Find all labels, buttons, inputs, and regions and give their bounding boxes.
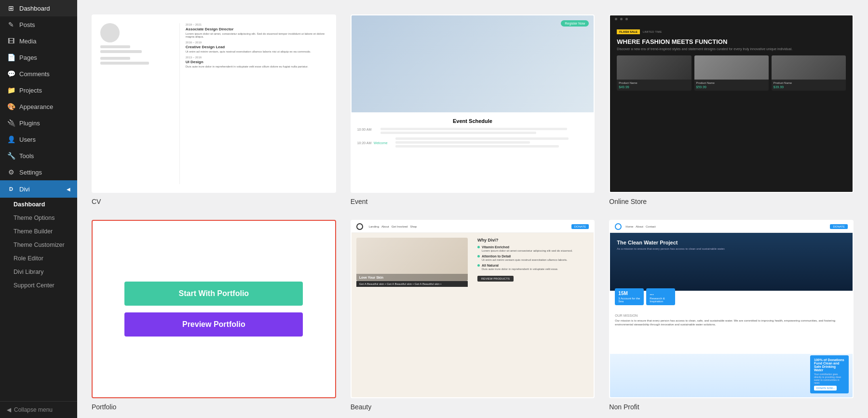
beauty-mockup: Landing About Get Involved Shop DONATE L…: [352, 221, 594, 397]
sidebar-item-projects[interactable]: 📁 Projects: [0, 82, 77, 98]
appearance-icon: 🎨: [7, 103, 15, 110]
beauty-why-item-2: Attention to Detail Ut enim ad minim ven…: [477, 255, 589, 261]
projects-icon: 📁: [7, 86, 15, 94]
portfolio-overlay: Start With Portfolio Preview Portfolio: [93, 221, 335, 397]
beauty-hero-image: Love Your Skin: [356, 238, 468, 281]
event-mockup: Register Now Event Schedule 10:00 AM: [352, 15, 594, 192]
template-label-non-profit: Non Profit: [609, 403, 854, 411]
np-logo: [615, 223, 622, 230]
sidebar-sub-item-role-editor[interactable]: Role Editor: [0, 252, 77, 265]
store-mockup: FLASH SALE LIMITED TIME WHERE FASHION ME…: [610, 15, 853, 192]
event-title: Event Schedule: [357, 118, 588, 124]
store-products: Product Name $49.99 Product Name $59.99: [617, 55, 846, 91]
beauty-hero-overlay: Love Your Skin: [356, 274, 468, 281]
sidebar-item-divi[interactable]: D Divi ◀: [0, 180, 77, 198]
event-row-2: 10:20 AM Welcome: [357, 137, 588, 149]
store-product-3: Product Name $39.99: [772, 55, 846, 91]
beauty-hero-right: Why Divi? Vitamin Enriched Lorem ipsum d…: [473, 233, 594, 397]
template-grid: 2019 – 2021 Associate Design Director Lo…: [92, 14, 854, 411]
sidebar-item-pages[interactable]: 📄 Pages: [0, 49, 77, 66]
template-card-online-store[interactable]: FLASH SALE LIMITED TIME WHERE FASHION ME…: [609, 14, 854, 205]
beauty-why-item-3: All Natural Duis aute irure dolor in rep…: [477, 264, 589, 270]
dashboard-icon: ⊞: [7, 4, 15, 12]
sidebar-label-posts: Posts: [19, 21, 35, 28]
sidebar-label-users: Users: [19, 136, 36, 143]
template-preview-online-store: FLASH SALE LIMITED TIME WHERE FASHION ME…: [609, 14, 854, 193]
sidebar-sub-item-theme-customizer[interactable]: Theme Customizer: [0, 238, 77, 252]
collapse-label: Collapse menu: [14, 406, 53, 413]
template-label-cv: CV: [92, 198, 336, 205]
template-preview-portfolio: Start With Portfolio Preview Portfolio: [92, 220, 336, 398]
beauty-logo: [356, 223, 363, 230]
sidebar-item-users[interactable]: 👤 Users: [0, 131, 77, 148]
sidebar-item-settings[interactable]: ⚙ Settings: [0, 164, 77, 180]
np-hero-sub: As a mission to ensure that every person…: [617, 247, 743, 250]
sidebar-sub-item-theme-builder[interactable]: Theme Builder: [0, 225, 77, 238]
preview-portfolio-button[interactable]: Preview Portfolio: [124, 312, 303, 337]
np-nav: Home About Contact DONATE: [610, 221, 853, 233]
beauty-nav: Landing About Get Involved Shop DONATE: [352, 221, 594, 233]
settings-icon: ⚙: [7, 168, 15, 176]
sidebar-sub-label-theme-options: Theme Options: [14, 215, 54, 221]
np-mission-title: OUR MISSION: [615, 314, 848, 317]
sidebar-label-divi: Divi: [19, 186, 30, 193]
sidebar-item-plugins[interactable]: 🔌 Plugins: [0, 115, 77, 131]
sidebar-label-plugins: Plugins: [19, 120, 40, 127]
sidebar-sub-label-support-center: Support Center: [14, 282, 54, 289]
template-preview-event: Register Now Event Schedule 10:00 AM: [351, 14, 595, 193]
np-mission: OUR MISSION Our mission is to ensure tha…: [610, 309, 853, 354]
nonprofit-mockup: Home About Contact DONATE The Clean Wate…: [610, 221, 853, 397]
sidebar-label-media: Media: [19, 38, 36, 45]
sidebar: ⊞ Dashboard ✎ Posts 🎞 Media 📄 Pages 💬 Co…: [0, 0, 77, 418]
sidebar-item-comments[interactable]: 💬 Comments: [0, 66, 77, 82]
sidebar-sub-item-dashboard[interactable]: Dashboard: [0, 198, 77, 211]
pages-icon: 📄: [7, 54, 15, 61]
template-preview-beauty: Landing About Get Involved Shop DONATE L…: [351, 220, 595, 398]
beauty-nav-btn[interactable]: DONATE: [571, 224, 589, 229]
sidebar-item-media[interactable]: 🎞 Media: [0, 33, 77, 49]
sidebar-item-appearance[interactable]: 🎨 Appearance: [0, 98, 77, 115]
template-label-beauty: Beauty: [351, 403, 595, 411]
sidebar-sub-label-theme-builder: Theme Builder: [14, 228, 53, 235]
sidebar-label-tools: Tools: [19, 152, 34, 160]
sidebar-label-dashboard: Dashboard: [19, 5, 50, 12]
np-card-1: 15M 3 Account for the Sea: [615, 288, 644, 305]
sidebar-label-comments: Comments: [19, 70, 50, 78]
start-with-portfolio-button[interactable]: Start With Portfolio: [124, 282, 303, 306]
store-product-2: Product Name $59.99: [694, 55, 769, 91]
sidebar-sub-item-theme-options[interactable]: Theme Options: [0, 211, 77, 225]
sidebar-top: ⊞ Dashboard ✎ Posts 🎞 Media 📄 Pages 💬 Co…: [0, 0, 77, 401]
np-card-2: ... Research & Inspiration: [646, 288, 675, 305]
template-card-beauty[interactable]: Landing About Get Involved Shop DONATE L…: [351, 220, 595, 411]
np-donate-button[interactable]: DONATE NOW ›: [814, 386, 837, 391]
template-card-event[interactable]: Register Now Event Schedule 10:00 AM: [351, 14, 595, 205]
np-bottom: 100% of Donations Fund Clean and Safe Dr…: [610, 354, 853, 397]
sidebar-sub-item-divi-library[interactable]: Divi Library: [0, 265, 77, 279]
np-mission-text: Our mission is to ensure that every pers…: [615, 319, 848, 327]
template-label-event: Event: [351, 198, 595, 205]
sidebar-item-dashboard[interactable]: ⊞ Dashboard: [0, 0, 77, 16]
sidebar-sub-label-theme-customizer: Theme Customizer: [14, 242, 65, 248]
sidebar-sub-label-role-editor: Role Editor: [14, 255, 43, 262]
sidebar-collapse-button[interactable]: ◀ Collapse menu: [0, 401, 77, 418]
sidebar-sub-item-support-center[interactable]: Support Center: [0, 279, 77, 292]
sidebar-label-pages: Pages: [19, 54, 37, 61]
np-nav-links: Home About Contact: [625, 225, 655, 228]
beauty-cta-button[interactable]: REVIEW PRODUCTS: [477, 276, 514, 282]
divi-icon: D: [7, 185, 15, 193]
template-card-cv[interactable]: 2019 – 2021 Associate Design Director Lo…: [92, 14, 336, 205]
sidebar-label-appearance: Appearance: [19, 103, 53, 110]
np-nav-btn[interactable]: DONATE: [830, 224, 848, 229]
template-card-portfolio[interactable]: Start With Portfolio Preview Portfolio P…: [92, 220, 336, 411]
event-hero: Register Now: [352, 15, 594, 112]
beauty-ticker: Get A Beautiful skin • Get A Beautiful s…: [356, 281, 468, 287]
beauty-hero: Love Your Skin Get A Beautiful skin • Ge…: [352, 233, 594, 397]
users-icon: 👤: [7, 135, 15, 143]
sidebar-label-settings: Settings: [19, 169, 42, 176]
event-schedule: Event Schedule 10:00 AM 10:20 AM Wel: [352, 112, 594, 192]
sidebar-item-tools[interactable]: 🔧 Tools: [0, 148, 77, 164]
template-card-non-profit[interactable]: Home About Contact DONATE The Clean Wate…: [609, 220, 854, 411]
comments-icon: 💬: [7, 70, 15, 78]
sidebar-item-posts[interactable]: ✎ Posts: [0, 16, 77, 33]
tools-icon: 🔧: [7, 152, 15, 160]
